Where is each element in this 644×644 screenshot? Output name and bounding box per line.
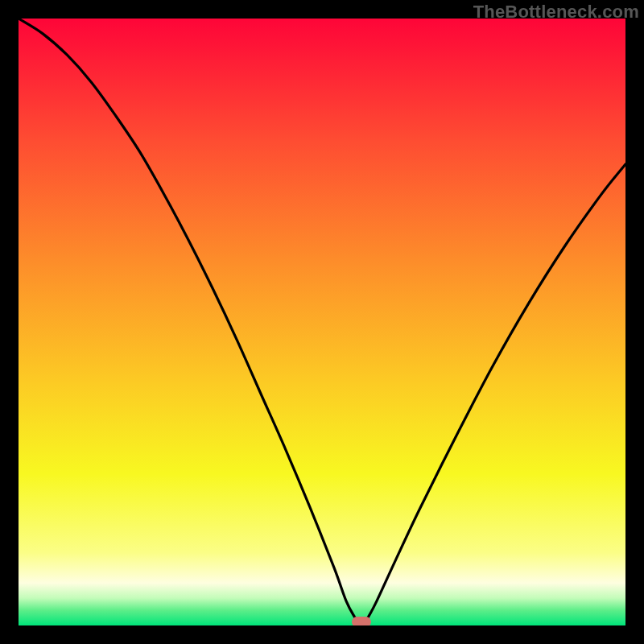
optimal-marker [352,617,371,625]
plot-area [19,19,625,625]
chart-frame: TheBottleneck.com [0,0,644,644]
watermark-text: TheBottleneck.com [473,2,639,23]
bottleneck-curve [19,19,625,625]
